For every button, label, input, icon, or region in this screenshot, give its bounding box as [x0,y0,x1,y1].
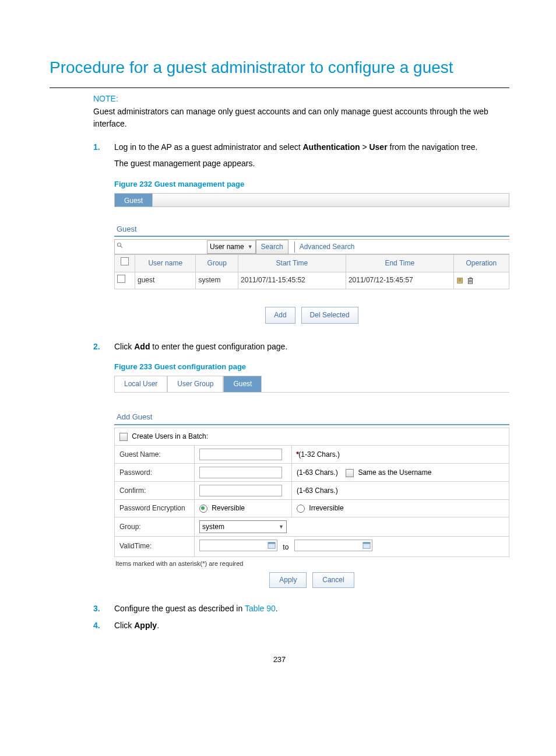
to-label: to [283,543,288,551]
validtime-start-input[interactable] [199,540,277,551]
advanced-search-link[interactable]: Advanced Search [294,242,355,253]
confirm-input[interactable] [199,485,282,496]
confirm-label: Confirm: [115,482,195,500]
search-icon [115,242,125,253]
svg-line-1 [121,246,122,248]
cell-username: guest [135,272,196,289]
col-username: User name [135,255,196,272]
add-guest-form: Create Users in a Batch: Guest Name: **(… [114,428,509,557]
checkbox-icon[interactable] [121,257,129,265]
validtime-label: ValidTime: [115,537,195,556]
nav-user: User [369,142,387,152]
step-1: Log in to the AP as a guest administrato… [93,141,509,324]
apply-keyword: Apply [134,621,157,630]
note-text: Guest administrators can manage only gue… [93,106,509,130]
section-divider [114,424,509,425]
tab-bar: Local User User Group Guest [114,376,509,393]
svg-rect-5 [268,542,275,544]
password-label: Password: [115,464,195,482]
batch-label: Create Users in a Batch: [132,432,208,440]
cell-endtime: 2011/07/12-15:45:57 [346,272,453,289]
apply-button[interactable]: Apply [269,572,307,588]
table-row: guest system 2011/07/11-15:45:52 2011/07… [115,272,509,289]
section-divider [114,236,509,237]
group-value: system [202,522,224,533]
step-1-subtext: The guest management page appears. [114,157,509,170]
guest-name-hint: *(1-32 Chars.) [296,450,340,459]
confirm-hint: (1-63 Chars.) [292,482,509,500]
step-2: Click Add to enter the guest configurati… [93,340,509,589]
group-label: Group: [115,517,195,537]
checkbox-icon[interactable] [117,275,125,283]
tab-bar: Guest [114,193,509,207]
title-rule [50,88,509,88]
tab-guest[interactable]: Guest [223,376,262,392]
cancel-button[interactable]: Cancel [312,572,354,588]
search-field-value: User name [210,242,244,253]
guest-name-input[interactable] [199,449,282,460]
password-hint: (1-63 Chars.) [297,468,338,477]
reversible-label: Reversible [212,504,245,512]
cell-group: system [196,272,238,289]
figure-232: Guest Guest User name ▼ Search Advanced … [114,193,509,324]
search-field-select[interactable]: User name ▼ [207,240,256,254]
action-buttons: Add Del Selected [114,307,509,324]
page-number: 237 [50,655,509,664]
same-username-label: Same as the Username [358,468,431,477]
figure-233: Local User User Group Guest Add Guest Cr… [114,376,509,588]
checkbox-icon[interactable] [346,469,354,477]
required-note: Items marked with an asterisk(*) are req… [115,559,509,569]
section-add-guest: Add Guest [117,411,509,424]
row-checkbox-cell [115,272,135,289]
calendar-icon [363,541,371,550]
del-selected-button[interactable]: Del Selected [301,307,358,324]
calendar-icon [268,541,276,550]
svg-rect-7 [363,542,370,544]
table-header-row: User name Group Start Time End Time Oper… [115,255,509,272]
guest-table: User name Group Start Time End Time Oper… [114,254,509,289]
edit-icon[interactable] [456,276,464,285]
col-operation: Operation [453,255,509,272]
password-input[interactable] [199,467,282,478]
group-select[interactable]: system ▼ [199,520,287,533]
step-4: Click Apply. [93,619,509,632]
form-buttons: Apply Cancel [114,572,509,588]
chevron-down-icon: ▼ [248,243,253,251]
table-90-link[interactable]: Table 90 [245,604,276,613]
search-input[interactable] [125,240,207,254]
figure-233-caption: Figure 233 Guest configuration page [114,361,509,373]
step-1-text: Log in to the AP as a guest administrato… [114,142,303,152]
step-3: Configure the guest as described in Tabl… [93,602,509,615]
col-starttime: Start Time [238,255,346,272]
tab-user-group[interactable]: User Group [167,376,223,392]
note-label: NOTE: [93,94,509,103]
delete-icon[interactable] [466,276,474,285]
svg-point-0 [118,243,121,246]
nav-authentication: Authentication [303,142,360,152]
irreversible-label: Irreversible [309,504,343,512]
radio-reversible[interactable] [199,505,207,513]
guest-name-label: Guest Name: [115,446,195,464]
add-button[interactable]: Add [265,307,295,324]
page-title: Procedure for a guest administrator to c… [50,58,509,77]
col-group: Group [196,255,238,272]
validtime-end-input[interactable] [294,540,372,551]
checkbox-icon[interactable] [119,433,128,441]
encryption-label: Password Encryption [115,500,195,517]
tab-local-user[interactable]: Local User [114,376,167,392]
cell-operation [453,272,509,289]
search-bar: User name ▼ Search Advanced Search [114,239,509,254]
add-keyword: Add [134,342,150,351]
col-endtime: End Time [346,255,453,272]
figure-232-caption: Figure 232 Guest management page [114,178,509,191]
chevron-down-icon: ▼ [279,523,284,531]
cell-starttime: 2011/07/11-15:45:52 [238,272,346,289]
search-button[interactable]: Search [256,240,288,254]
radio-irreversible[interactable] [297,505,305,513]
select-all-cell [115,255,135,272]
section-guest: Guest [117,223,509,236]
tab-guest[interactable]: Guest [115,194,153,206]
